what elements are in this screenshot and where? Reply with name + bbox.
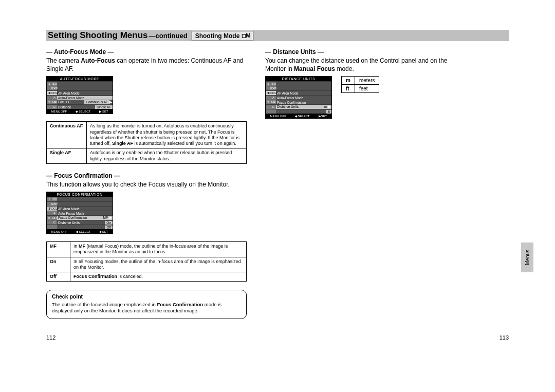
select-icon: ◆SELECT: [76, 109, 90, 113]
page: Setting Shooting Menus —continued Shooti…: [0, 0, 555, 392]
fc-table: MF In MF (Manual Focus) mode, the outlin…: [46, 241, 247, 282]
header-title-text: Setting Shooting Menus: [48, 30, 148, 41]
fc-text: This function allows you to check the Fo…: [46, 180, 247, 189]
lcd-footer: MENU OFF◆SELECT▶SET: [47, 229, 113, 234]
header-bar: Setting Shooting Menus —continued Shooti…: [46, 30, 509, 41]
shooting-mode-box: Shooting Mode ◻M: [192, 31, 254, 41]
af-mode-title: — Auto-Focus Mode —: [46, 48, 247, 55]
du-lcd: DISTANCE UNITS 1ISO EXP 2FOCUSAF Area Mo…: [265, 76, 332, 119]
fc-title: — Focus Confirmation —: [46, 172, 247, 179]
checkpoint-box: Check point The outline of the focused i…: [46, 290, 247, 319]
af-mode-lcd: AUTO-FOCUS MODE 1ISO EXP 2FOCUSAF Area M…: [46, 76, 113, 114]
fc-lcd: FOCUS CONFIRMATION 1ISO EXP 2FOCUSAF Are…: [46, 192, 113, 234]
distance-row: DISTANCE UNITS 1ISO EXP 2FOCUSAF Area Mo…: [265, 76, 466, 126]
side-tab: Menus: [521, 242, 533, 272]
table-value: Autofocus is only enabled when the Shutt…: [87, 148, 247, 164]
lcd-footer: MENU OFF ◆SELECT ▶SET: [47, 109, 113, 114]
menu-icon: MENU OFF: [51, 109, 67, 113]
camera-icon: ◻M: [242, 32, 250, 39]
du-text: You can change the distance used on the …: [265, 57, 466, 73]
lcd-title: AUTO-FOCUS MODE: [47, 77, 113, 81]
header-continued: —continued: [149, 32, 188, 40]
lcd-title: DISTANCE UNITS: [266, 77, 331, 81]
shooting-mode-label: Shooting Mode: [195, 32, 240, 40]
left-column: — Auto-Focus Mode — The camera Auto-Focu…: [46, 48, 247, 319]
table-value: As long as the monitor is turned on, Aut…: [87, 122, 247, 148]
set-icon: ▶SET: [99, 109, 108, 113]
checkpoint-text: The outline of the focused image emphasi…: [52, 302, 241, 314]
checkpoint-title: Check point: [52, 293, 241, 301]
page-number-left: 112: [46, 334, 55, 341]
du-title: — Distance Units —: [265, 48, 466, 55]
content-columns: — Auto-Focus Mode — The camera Auto-Focu…: [46, 48, 509, 319]
units-table: mmeters ftfeet: [341, 76, 379, 93]
right-column: — Distance Units — You can change the di…: [265, 48, 466, 319]
lcd-title: FOCUS CONFIRMATION: [47, 192, 113, 197]
af-mode-table: Continuous AF As long as the monitor is …: [46, 121, 247, 164]
side-tab-label: Menus: [525, 250, 530, 265]
table-key: Single AF: [47, 148, 87, 164]
header-title: Setting Shooting Menus —continued Shooti…: [48, 30, 253, 41]
table-key: Continuous AF: [47, 122, 87, 148]
page-number-right: 113: [499, 334, 509, 341]
af-mode-text: The camera Auto-Focus can operate in two…: [46, 57, 247, 73]
